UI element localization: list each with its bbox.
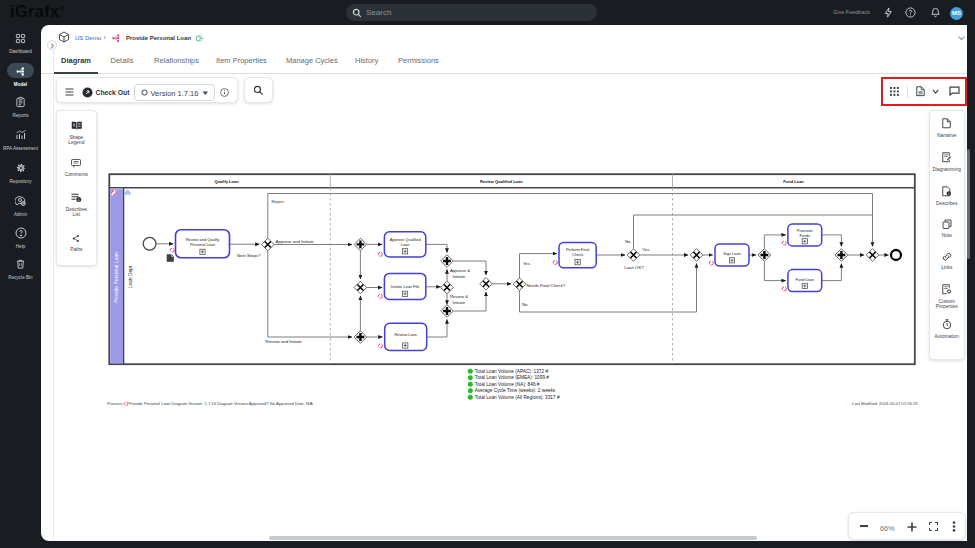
svg-text:Total Loan Volume (NA): 846 #: Total Loan Volume (NA): 846 # (475, 382, 540, 387)
svg-text:Reject: Reject (272, 199, 285, 204)
svg-text:Review &: Review & (450, 294, 468, 299)
svg-text:Process:: Process: (107, 401, 123, 406)
svg-text:Fund Loan: Fund Loan (783, 179, 804, 184)
svg-text:Fund Loan: Fund Loan (795, 277, 814, 282)
svg-text:Sign Loan: Sign Loan (723, 251, 741, 256)
svg-text:Review and Initiate: Review and Initiate (266, 339, 303, 344)
svg-text:Total Loan Volume (All Regions: Total Loan Volume (All Regions): 3317 # (475, 395, 560, 400)
svg-text:Loan: Loan (401, 242, 410, 247)
svg-text:Yes: Yes (523, 261, 530, 266)
svg-text:Total Loan Volume (APAC): 1372: Total Loan Volume (APAC): 1372 # (475, 369, 549, 374)
svg-text:Check: Check (572, 252, 583, 257)
svg-text:Total Loan Volume (EMEA): 1099: Total Loan Volume (EMEA): 1099 # (475, 375, 550, 380)
svg-text:Funds: Funds (799, 233, 810, 238)
svg-text:Loan OK?: Loan OK? (624, 265, 644, 270)
svg-text:No: No (625, 239, 631, 244)
svg-text:No: No (522, 302, 528, 307)
svg-text:Approve &: Approve & (450, 268, 470, 273)
svg-text:Initiate: Initiate (453, 300, 466, 305)
svg-text:Needs Final Check?: Needs Final Check? (527, 283, 566, 288)
svg-text:Review Loan: Review Loan (394, 332, 417, 337)
svg-text:Average Cycle Time (weeks): 2: Average Cycle Time (weeks): 2 weeks (475, 388, 556, 393)
svg-text:Provide Personal Loan: Provide Personal Loan (113, 252, 119, 303)
svg-text:Provide Personal Loan Diagram: Provide Personal Loan Diagram Version: 1… (129, 401, 314, 406)
svg-text:Last Modified: 2024-05-07 07:2: Last Modified: 2024-05-07 07:26:29 (852, 401, 918, 406)
svg-text:Next Steps?: Next Steps? (237, 253, 261, 258)
svg-text:Qualify Loan: Qualify Loan (214, 179, 239, 184)
svg-text:Personal Loan: Personal Loan (190, 242, 215, 247)
svg-text:Review Qualified Loan: Review Qualified Loan (480, 179, 523, 184)
svg-text:Approve and Initiate: Approve and Initiate (276, 239, 315, 244)
svg-text:Yes: Yes (642, 247, 649, 252)
svg-text:Initiate Loan File: Initiate Loan File (391, 284, 420, 289)
svg-text:Loan Dept: Loan Dept (128, 265, 133, 288)
svg-text:Initiate: Initiate (453, 274, 466, 279)
